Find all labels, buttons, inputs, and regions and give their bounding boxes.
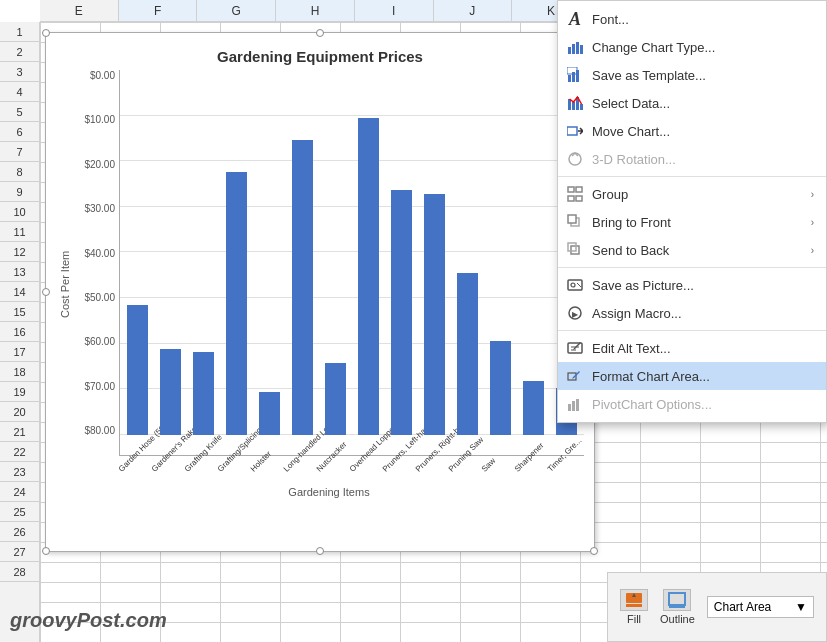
bring-to-front-label: Bring to Front [592,215,803,230]
pivotchart-options-label: PivotChart Options... [592,397,814,412]
bar-1 [160,349,182,435]
row-header-6[interactable]: 6 [0,122,39,142]
svg-rect-15 [576,187,582,192]
menu-item-change-chart-type[interactable]: Change Chart Type... [558,33,826,61]
row-header-7[interactable]: 7 [0,142,39,162]
row-header-13[interactable]: 13 [0,262,39,282]
bar-wrapper-10: Pruning Saw [452,75,483,455]
format-chart-area-icon [566,367,584,385]
row-header-3[interactable]: 3 [0,62,39,82]
row-header-4[interactable]: 4 [0,82,39,102]
group-label: Group [592,187,803,202]
row-header-16[interactable]: 16 [0,322,39,342]
resize-handle-top[interactable] [316,29,324,37]
col-header-f[interactable]: F [119,0,198,21]
bar-8 [391,190,413,435]
menu-item-send-to-back[interactable]: Send to Back› [558,236,826,264]
resize-handle-bottomleft[interactable] [42,547,50,555]
bar-0 [127,305,149,435]
bar-9 [424,194,446,435]
row-header-22[interactable]: 22 [0,442,39,462]
col-header-h[interactable]: H [276,0,355,21]
col-header-i[interactable]: I [355,0,434,21]
col-header-j[interactable]: J [434,0,513,21]
row-header-24[interactable]: 24 [0,482,39,502]
svg-text:▶: ▶ [572,310,579,319]
row-header-9[interactable]: 9 [0,182,39,202]
resize-handle-topleft[interactable] [42,29,50,37]
bar-wrapper-1: Gardener's Rake [155,75,186,455]
bar-10 [457,273,479,435]
menu-item-format-chart-area[interactable]: Format Chart Area... [558,362,826,390]
row-header-12[interactable]: 12 [0,242,39,262]
menu-item-edit-alt-text[interactable]: Edit Alt Text... [558,334,826,362]
menu-item-font[interactable]: AFont... [558,5,826,33]
y-tick-60: $60.00 [74,336,119,347]
col-header-g[interactable]: G [197,0,276,21]
edit-alt-text-icon [566,339,584,357]
font-label: Font... [592,12,814,27]
row-header-2[interactable]: 2 [0,42,39,62]
svg-point-23 [571,283,575,287]
separator-after-3d-rotation [558,176,826,177]
row-header-25[interactable]: 25 [0,502,39,522]
chart-body: Cost Per Item $80.00 $70.00 $60.00 $50.0… [46,70,594,508]
3d-rotation-label: 3-D Rotation... [592,152,814,167]
row-header-1[interactable]: 1 [0,22,39,42]
send-to-back-arrow: › [811,245,814,256]
row-headers: 1 2 3 4 5 6 7 8 9 10 11 12 13 14 15 16 1… [0,22,40,642]
row-header-17[interactable]: 17 [0,342,39,362]
menu-item-select-data[interactable]: Select Data... [558,89,826,117]
resize-handle-bottomright[interactable] [590,547,598,555]
row-header-26[interactable]: 26 [0,522,39,542]
svg-rect-33 [669,593,685,605]
watermark-text: groovyPost.com [10,609,167,631]
bar-wrapper-2: Grafting Knife [188,75,219,455]
row-header-15[interactable]: 15 [0,302,39,322]
menu-item-bring-to-front[interactable]: Bring to Front› [558,208,826,236]
row-header-8[interactable]: 8 [0,162,39,182]
row-header-19[interactable]: 19 [0,382,39,402]
row-header-10[interactable]: 10 [0,202,39,222]
fill-item[interactable]: Fill [620,589,648,625]
y-tick-80: $80.00 [74,425,119,436]
col-header-e[interactable]: E [40,0,119,21]
row-header-27[interactable]: 27 [0,542,39,562]
y-tick-10: $10.00 [74,114,119,125]
3d-rotation-icon [566,150,584,168]
menu-item-assign-macro[interactable]: ▶Assign Macro... [558,299,826,327]
chart-area-dropdown[interactable]: Chart Area ▼ [707,596,814,618]
row-header-11[interactable]: 11 [0,222,39,242]
menu-item-move-chart[interactable]: Move Chart... [558,117,826,145]
bar-wrapper-12: Sharpener [518,75,549,455]
menu-item-group[interactable]: Group› [558,180,826,208]
row-header-28[interactable]: 28 [0,562,39,582]
menu-item-save-as-template[interactable]: Save as Template... [558,61,826,89]
bar-wrapper-9: Pruners, Right-handed [419,75,450,455]
row-header-23[interactable]: 23 [0,462,39,482]
bar-wrapper-4: Holster [254,75,285,455]
outline-icon[interactable] [663,589,691,611]
y-tick-20: $20.00 [74,159,119,170]
row-header-5[interactable]: 5 [0,102,39,122]
assign-macro-label: Assign Macro... [592,306,814,321]
svg-rect-17 [576,196,582,201]
svg-rect-16 [568,196,574,201]
bar-2 [193,352,215,435]
row-header-14[interactable]: 14 [0,282,39,302]
pivotchart-options-icon [566,395,584,413]
menu-item-save-as-picture[interactable]: Save as Picture... [558,271,826,299]
outline-item[interactable]: Outline [660,589,695,625]
bar-wrapper-6: Nutcracker [320,75,351,455]
row-header-21[interactable]: 21 [0,422,39,442]
row-header-18[interactable]: 18 [0,362,39,382]
send-to-back-label: Send to Back [592,243,803,258]
fill-icon[interactable] [620,589,648,611]
outline-label: Outline [660,613,695,625]
row-header-20[interactable]: 20 [0,402,39,422]
chart-container[interactable]: Gardening Equipment Prices Cost Per Item… [45,32,595,552]
svg-rect-12 [567,127,577,135]
resize-handle-left[interactable] [42,288,50,296]
resize-handle-bottom[interactable] [316,547,324,555]
y-tick-50: $50.00 [74,292,119,303]
